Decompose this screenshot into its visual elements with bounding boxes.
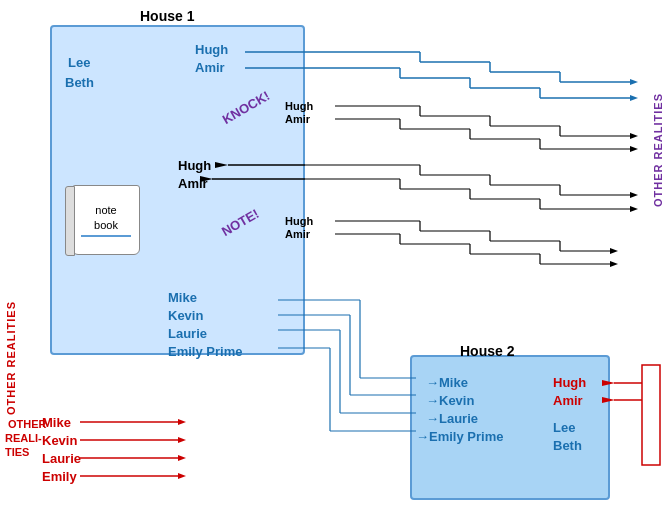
- svg-marker-87: [178, 473, 186, 479]
- other-label-3: TIES: [5, 446, 29, 458]
- svg-marker-67: [610, 261, 618, 267]
- house2-mike: →Mike: [426, 375, 468, 390]
- house2-amir: Amir: [553, 393, 583, 408]
- bl-emily: Emily: [42, 469, 77, 484]
- other-realities-right-text: OTHER REALITIES: [652, 93, 664, 207]
- house2-hugh: Hugh: [553, 375, 586, 390]
- house1-emily: Emily Prime: [168, 344, 242, 359]
- other-realities-left: OTHER REALITIES: [2, 298, 20, 418]
- main-canvas: House 1 Lee Beth notebook Hugh Amir KNOC…: [0, 0, 669, 508]
- house2-kevin: →Kevin: [426, 393, 474, 408]
- svg-marker-81: [178, 419, 186, 425]
- lee-label: Lee: [68, 55, 90, 70]
- svg-marker-83: [178, 437, 186, 443]
- bl-mike: Mike: [42, 415, 71, 430]
- svg-marker-59: [610, 248, 618, 254]
- note-amir: Amir: [285, 228, 310, 240]
- svg-marker-51: [630, 206, 638, 212]
- svg-marker-31: [630, 146, 638, 152]
- mid-hugh: Hugh: [178, 158, 211, 173]
- house1-laurie: Laurie: [168, 326, 207, 341]
- house2-emily: →Emily Prime: [416, 429, 503, 444]
- bl-kevin: Kevin: [42, 433, 77, 448]
- house1-hugh-top: Hugh: [195, 42, 228, 57]
- svg-rect-88: [642, 365, 660, 465]
- house2-beth: Beth: [553, 438, 582, 453]
- house1-kevin: Kevin: [168, 308, 203, 323]
- bl-laurie: Laurie: [42, 451, 81, 466]
- other-realities-right: OTHER REALITIES: [649, 50, 667, 250]
- house2-label: House 2: [460, 343, 514, 359]
- other-label-2: REALI-: [5, 432, 42, 444]
- svg-marker-15: [630, 95, 638, 101]
- house2-laurie: →Laurie: [426, 411, 478, 426]
- notebook-line: [81, 235, 131, 237]
- svg-marker-85: [178, 455, 186, 461]
- note-hugh: Hugh: [285, 215, 313, 227]
- other-realities-left-text: OTHER REALITIES: [5, 301, 17, 415]
- notebook: notebook: [72, 185, 140, 255]
- knock-amir: Amir: [285, 113, 310, 125]
- knock-hugh: Hugh: [285, 100, 313, 112]
- house2-lee: Lee: [553, 420, 575, 435]
- other-label-1: OTHER: [8, 418, 47, 430]
- house1-label: House 1: [140, 8, 194, 24]
- svg-marker-23: [630, 133, 638, 139]
- svg-marker-43: [630, 192, 638, 198]
- beth-label: Beth: [65, 75, 94, 90]
- mid-amir: Amir: [178, 176, 208, 191]
- svg-marker-7: [630, 79, 638, 85]
- house1-amir-top: Amir: [195, 60, 225, 75]
- house1-mike: Mike: [168, 290, 197, 305]
- notebook-text: notebook: [94, 203, 118, 232]
